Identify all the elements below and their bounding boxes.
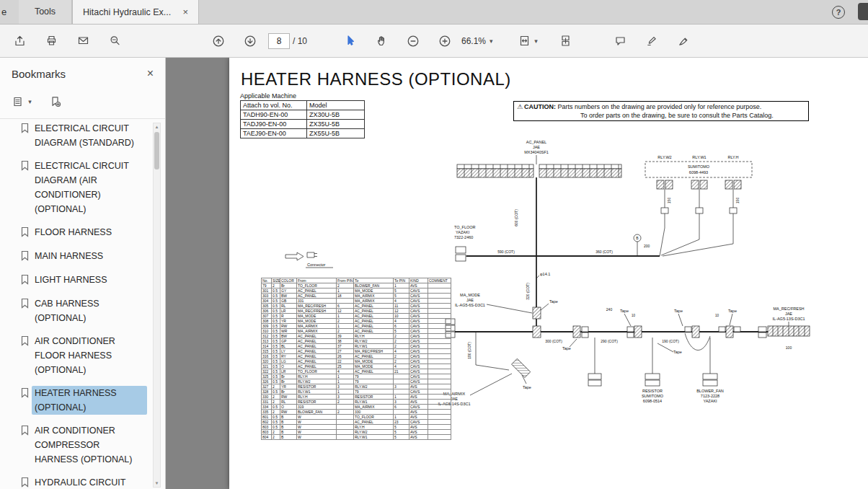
wire-table-cell xyxy=(428,425,451,430)
home-tab-sliver[interactable]: e xyxy=(1,6,6,17)
wire-table-cell: AC_PANEL xyxy=(354,324,394,329)
wire-table-cell: 0.5 xyxy=(272,420,280,425)
wire-table-header-cell: No. xyxy=(262,278,272,283)
ma-recfresh-maker: JAE xyxy=(785,312,792,316)
wire-table-cell: RL xyxy=(280,304,297,309)
fit-width-button[interactable]: ▾ xyxy=(516,29,541,53)
sign-button[interactable] xyxy=(672,29,696,53)
wire-table-cell: AVS xyxy=(409,435,428,440)
zoom-level-dropdown[interactable]: 66.1% ▾ xyxy=(461,36,493,46)
corner-app-icon[interactable] xyxy=(858,3,868,20)
comment-bubble-icon xyxy=(614,35,626,47)
wire-table-cell: 312 xyxy=(262,334,272,339)
wire-table-row: 3070.5RMA_MODE1AC_PANEL10CAVS xyxy=(262,314,451,319)
email-button[interactable] xyxy=(71,29,95,53)
bookmark-item[interactable]: CAB HARNESS (OPTIONAL) xyxy=(20,292,149,330)
wire-table-cell: 313 xyxy=(262,339,272,344)
wire-table-cell: 304 xyxy=(262,299,272,304)
wire-table-cell: 330 xyxy=(262,395,272,400)
bookmark-item[interactable]: AIR CONDITIONER COMPRESSOR HARNESS (OPTI… xyxy=(20,419,149,471)
wire-table-row: 8030.5BWRLY.H5AVS xyxy=(262,425,451,430)
highlight-button[interactable] xyxy=(640,29,665,53)
wire-table-cell: CAVS xyxy=(409,324,428,329)
wire-table-cell xyxy=(394,379,409,384)
bookmark-item[interactable]: ELECTRICAL CIRCUIT DIAGRAM (STANDARD) xyxy=(20,117,149,154)
bookmark-icon xyxy=(20,273,35,288)
help-icon: ? xyxy=(836,8,841,17)
zoom-in-button[interactable] xyxy=(433,29,457,53)
wire-table-cell: RLY.W2 xyxy=(354,339,394,344)
wire-table-cell: CAVS xyxy=(409,369,428,374)
wire-table-cell: RLY.W2 xyxy=(354,384,394,389)
bookmark-item[interactable]: ELECTRICAL CIRCUIT DIAGRAM (AIR CONDITIO… xyxy=(20,154,149,221)
bookmark-icon xyxy=(20,225,35,240)
wire-table-cell: 0.5 xyxy=(272,309,280,314)
dim-360: 360 (COT) xyxy=(595,250,613,254)
wire-table-cell xyxy=(337,435,354,440)
wire-table-cell: 2 xyxy=(394,344,409,349)
bookmark-icon xyxy=(20,249,35,264)
next-page-button[interactable] xyxy=(238,29,262,53)
bookmark-icon xyxy=(20,423,35,439)
print-button[interactable] xyxy=(39,29,63,53)
phi-label: φ14.1 xyxy=(540,272,550,276)
wire-table-cell: GP xyxy=(280,339,297,344)
scroll-up-icon[interactable]: ▲ xyxy=(154,125,160,129)
zoom-out-button[interactable] xyxy=(401,29,425,53)
wire-table-cell: 5 xyxy=(394,435,409,440)
wire-table-cell: 1 xyxy=(394,415,409,420)
bookmark-item[interactable]: AIR CONDITIONER FLOOR HARNESS (OPTIONAL) xyxy=(20,330,149,382)
bookmark-options-button[interactable]: ▾ xyxy=(12,92,33,111)
tab-close-icon[interactable]: × xyxy=(182,6,188,17)
wire-table-row: 8010.5BWTO_FLOOR1AVS xyxy=(262,415,451,420)
wire-table-cell: AC_PANEL xyxy=(297,349,337,354)
wire-table-cell xyxy=(428,304,451,309)
page-viewer[interactable]: HEATER HARNESS (OPTIONAL) Applicable Mac… xyxy=(166,58,868,489)
bookmark-item[interactable]: LIGHT HARNESS xyxy=(20,268,149,292)
wire-table-cell: BL xyxy=(280,344,297,349)
scrolling-mode-button[interactable] xyxy=(554,29,578,53)
page-number-input[interactable] xyxy=(268,33,290,49)
help-button[interactable]: ? xyxy=(832,6,845,19)
scrollbar-thumb[interactable] xyxy=(154,132,159,169)
ac-panel-part: MX34040SF1 xyxy=(524,150,549,154)
bookmark-item[interactable]: MAIN HARNESS xyxy=(20,244,149,268)
wire-table-cell xyxy=(337,420,354,425)
marquee-zoom-button[interactable] xyxy=(102,29,127,53)
wire-table-cell: BLOWER_FAN xyxy=(354,283,394,288)
wire-table-cell: 319 xyxy=(297,405,337,410)
wire-table-cell: RW xyxy=(280,410,297,415)
bookmark-label: AIR CONDITIONER COMPRESSOR HARNESS (OPTI… xyxy=(35,423,144,467)
tab-document[interactable]: Hitachi Hydraulic Ex... × xyxy=(72,0,199,24)
tape-6: Tape xyxy=(562,346,571,351)
chevron-down-icon: ▾ xyxy=(534,38,538,45)
comment-button[interactable] xyxy=(608,29,633,53)
wire-table-cell xyxy=(428,354,451,359)
bookmarks-close-icon[interactable]: × xyxy=(147,67,154,80)
bookmark-item[interactable]: HEATER HARNESS (OPTIONAL) xyxy=(20,382,149,419)
bookmark-item[interactable]: HYDRAULIC CIRCUIT DIAGRAM xyxy=(20,471,149,489)
scroll-down-icon[interactable]: ▼ xyxy=(154,481,160,485)
wire-table-row: 3340.5O319MA_AIRMIX6CAVS xyxy=(262,405,451,410)
select-tool-button[interactable] xyxy=(337,29,362,53)
sidebar-scrollbar[interactable]: ▲ ▼ xyxy=(153,123,161,488)
wire-table-cell: 6 xyxy=(337,304,354,309)
expand-current-bookmark-button[interactable] xyxy=(45,92,66,111)
wire-table-cell: RLY.H xyxy=(354,334,394,339)
tab-tools[interactable]: Tools xyxy=(19,0,72,24)
wire-table-cell: 21 xyxy=(394,369,409,374)
bookmark-label: ELECTRICAL CIRCUIT DIAGRAM (AIR CONDITIO… xyxy=(35,159,144,216)
hand-icon xyxy=(376,35,388,47)
wire-table-cell: RLY.W1 xyxy=(354,435,394,440)
wire-table-cell: 325 xyxy=(262,374,272,379)
wire-table-cell: 0.5 xyxy=(272,344,280,349)
page-total-label: / 10 xyxy=(293,36,307,46)
share-button[interactable] xyxy=(7,29,32,53)
hand-tool-button[interactable] xyxy=(369,29,394,53)
wire-table-cell: CAVS xyxy=(409,349,428,354)
wire-table-cell: CAVS xyxy=(409,299,428,304)
wire-table-header-cell: SIZE xyxy=(272,278,280,283)
wire-table-cell: 4 xyxy=(394,364,409,369)
previous-page-button[interactable] xyxy=(206,29,231,53)
bookmark-item[interactable]: FLOOR HARNESS xyxy=(20,221,149,244)
